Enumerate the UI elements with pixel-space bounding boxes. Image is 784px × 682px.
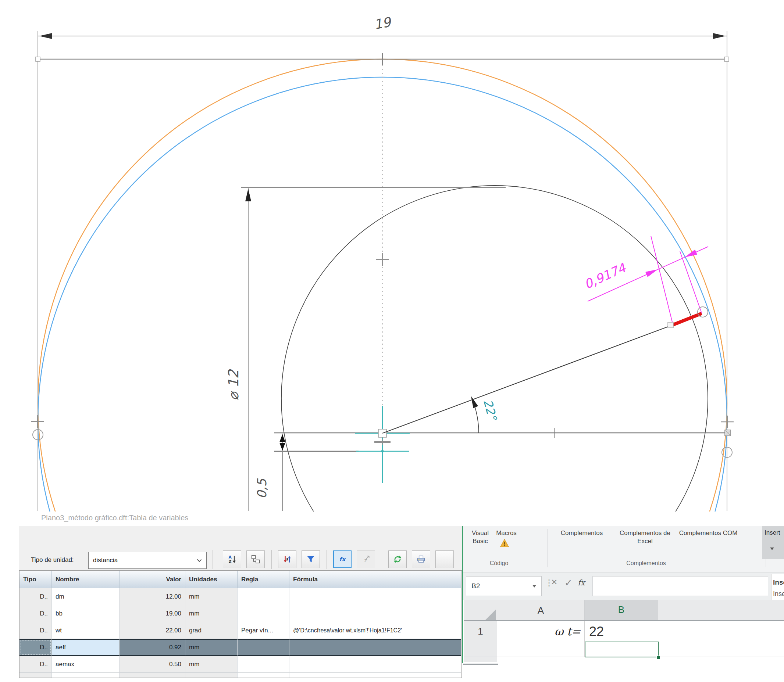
caret-down-icon <box>532 585 536 588</box>
top-line[interactable] <box>36 53 729 65</box>
tool-circle-black[interactable] <box>281 186 708 526</box>
variables-window-title: Plano3_método gráfico.dft:Tabla de varia… <box>41 514 188 522</box>
group-label-complementos: Complementos <box>617 560 675 567</box>
fill-handle[interactable] <box>656 655 660 659</box>
dim-offset-label: 0,5 <box>254 478 269 499</box>
variables-table: Tipo Nombre Valor Unidades Regla Fórmula… <box>19 570 462 678</box>
col-header-regla[interactable]: Regla <box>238 570 289 588</box>
macros-button[interactable]: Macros <box>493 529 520 537</box>
side-panel-text: Inse <box>773 578 784 586</box>
toolbar-extra-button[interactable] <box>435 550 454 568</box>
column-header-rest <box>658 600 784 621</box>
side-panel: Inse Inse <box>771 574 784 601</box>
visual-basic-button[interactable]: Visual Basic <box>468 529 492 545</box>
line-handle[interactable] <box>36 57 40 61</box>
complementos-com-button[interactable]: Complementos COM <box>677 529 739 537</box>
formula-input[interactable] <box>592 576 768 596</box>
cell-c1[interactable] <box>658 621 784 642</box>
rename-disabled-icon: z <box>361 555 370 564</box>
window-bottom-edge <box>463 664 498 665</box>
cell-a2[interactable] <box>497 642 585 657</box>
enter-button[interactable]: ✓ <box>564 577 573 589</box>
print-button[interactable] <box>412 550 430 568</box>
unit-type-label: Tipo de unidad: <box>31 556 74 564</box>
center-plus-marker <box>376 253 389 266</box>
warning-icon <box>500 539 509 548</box>
line-handle[interactable] <box>725 57 729 61</box>
horizontal-centerline[interactable] <box>274 428 731 438</box>
toolbar-separator <box>382 550 382 569</box>
variables-window: Tipo de unidad: distancia A Z <box>19 526 462 678</box>
cad-drawing-canvas[interactable]: 19 ⌀ 12 0, <box>0 0 784 526</box>
move-row-icon <box>283 555 292 564</box>
selection-border-b2[interactable] <box>585 642 659 657</box>
dim-width-label: 19 <box>372 14 393 32</box>
column-header-a[interactable]: A <box>497 600 585 621</box>
dim-angle-label: 22° <box>481 398 500 422</box>
col-header-valor[interactable]: Valor <box>120 570 185 588</box>
tangent-point-marker <box>377 53 388 65</box>
cell-b1[interactable]: 22 <box>585 621 658 642</box>
hierarchy-icon <box>251 555 260 564</box>
table-row-bb[interactable]: D.. bb 19.00 mm <box>19 605 461 622</box>
name-box[interactable]: B2 <box>466 576 542 596</box>
origin-point <box>381 450 384 453</box>
excel-grid: A B 1 ω t= 22 <box>463 600 784 682</box>
row-header-stub <box>464 657 497 662</box>
chevron-down-icon <box>197 559 202 562</box>
dim-engagement-label: 0,9174 <box>582 260 628 292</box>
rename-button-disabled: z <box>357 550 375 568</box>
table-row-empty[interactable] <box>19 673 461 678</box>
formula-button[interactable]: fx <box>333 550 351 568</box>
endpoint-circle-marker <box>698 307 708 317</box>
group-hierarchy-button[interactable] <box>246 550 265 568</box>
table-row-wt[interactable]: D.. wt 22.00 grad Pegar vín... @'D:\cncf… <box>19 622 461 639</box>
filter-icon <box>306 555 316 564</box>
cell-c2[interactable] <box>658 642 784 657</box>
column-header-b-selected[interactable]: B <box>585 600 658 621</box>
move-row-button[interactable] <box>278 550 296 568</box>
toolbar-separator <box>212 550 213 569</box>
complementos-button[interactable]: Complementos <box>552 529 612 537</box>
col-header-formula[interactable]: Fórmula <box>289 570 461 588</box>
radial-line-22deg[interactable] <box>382 325 673 433</box>
cell-a1[interactable]: ω t= <box>497 621 585 642</box>
table-row-aemax[interactable]: D.. aemax 0.50 mm <box>19 656 461 673</box>
complementos-excel-button[interactable]: Complementos de Excel <box>614 529 676 545</box>
caret-down-icon <box>770 548 774 550</box>
table-row-aeff-selected[interactable]: D.. aeff 0.92 mm <box>19 639 461 656</box>
insert-function-button[interactable]: fx <box>578 578 585 587</box>
select-all-triangle-icon <box>485 609 496 620</box>
dim-diameter-label: ⌀ 12 <box>225 369 242 400</box>
excel-formula-bar: B2 ⋮ × ✓ fx Inse Inse <box>463 572 784 600</box>
page: 19 ⌀ 12 0, <box>0 0 784 682</box>
formula-fx-icon: fx <box>338 555 347 564</box>
row-header-2[interactable] <box>464 642 497 657</box>
dimension-angle-22[interactable]: 22° <box>471 396 500 433</box>
filter-button[interactable] <box>302 550 320 568</box>
highlighted-segment-red[interactable] <box>673 314 702 325</box>
dimension-diameter-12[interactable]: ⌀ 12 <box>225 187 506 511</box>
refresh-button[interactable] <box>388 550 407 568</box>
insert-button[interactable]: Insert <box>762 526 784 559</box>
excel-window: Visual Basic Macros Código Complementos … <box>462 526 784 682</box>
refresh-icon <box>393 555 402 564</box>
sort-az-icon: A Z <box>227 555 237 564</box>
group-label-codigo: Código <box>473 560 525 567</box>
segment-handle[interactable] <box>668 322 673 328</box>
col-header-tipo[interactable]: Tipo <box>19 570 52 588</box>
unit-type-select[interactable]: distancia <box>88 552 207 569</box>
col-header-unidades[interactable]: Unidades <box>185 570 238 588</box>
cancel-button[interactable]: × <box>551 576 557 588</box>
table-row-dm[interactable]: D.. dm 12.00 mm <box>19 588 461 605</box>
svg-text:fx: fx <box>339 556 346 562</box>
excel-ribbon: Visual Basic Macros Código Complementos … <box>463 526 784 572</box>
toolbar-separator <box>271 550 272 569</box>
row-header-1[interactable]: 1 <box>464 621 497 642</box>
svg-text:Z: Z <box>229 559 232 564</box>
select-all-cell[interactable] <box>464 600 497 621</box>
side-panel-text: Inse <box>773 590 784 598</box>
col-header-nombre[interactable]: Nombre <box>52 570 120 588</box>
dimension-offset-05[interactable]: 0,5 <box>254 433 285 511</box>
sort-az-button[interactable]: A Z <box>223 550 241 568</box>
